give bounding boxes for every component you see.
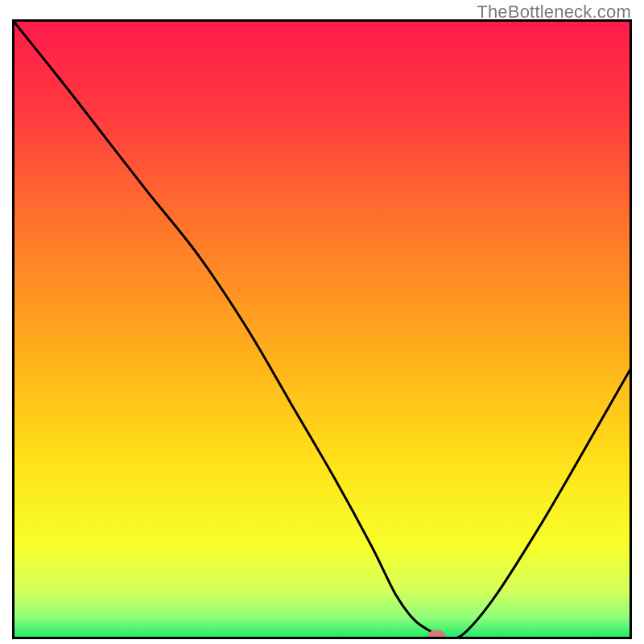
bottleneck-chart	[12, 19, 632, 639]
chart-background-gradient	[12, 19, 632, 639]
chart-frame	[12, 19, 632, 639]
